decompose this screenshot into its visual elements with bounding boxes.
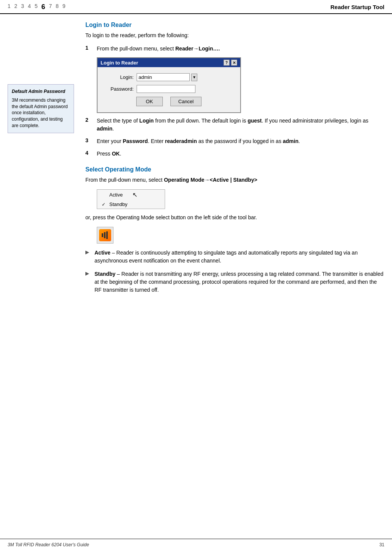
step-3-number: 3: [85, 137, 92, 143]
dialog-password-row: Password:: [105, 85, 233, 93]
dialog-title-icons: ? ✕: [224, 60, 237, 66]
dialog-password-input[interactable]: [137, 85, 195, 93]
dialog-cancel-button[interactable]: Cancel: [170, 97, 202, 106]
dropdown-menu: Active ↖ ✓ Standby: [97, 189, 165, 209]
section-login-intro: To login to the reader, perform the foll…: [85, 31, 384, 39]
step-2: 2 Select the type of Login from the pull…: [85, 117, 384, 133]
bullet-active-text: Active – Reader is continuously attempti…: [94, 249, 384, 265]
nav-item-5[interactable]: 5: [35, 3, 38, 11]
step-2-number: 2: [85, 117, 92, 123]
main-content: Login to Reader To login to the reader, …: [74, 22, 384, 299]
dialog-title-bar: Login to Reader ? ✕: [98, 58, 240, 67]
cursor-icon: ↖: [132, 191, 137, 198]
main-layout: Default Admin Password 3M recommends cha…: [0, 14, 392, 322]
dialog-close-icon[interactable]: ✕: [231, 60, 237, 66]
page-title: Reader Startup Tool: [331, 4, 384, 10]
dialog-ok-button[interactable]: OK: [136, 97, 163, 106]
dialog-wrapper: Login to Reader ? ✕ Login: ▼: [97, 57, 384, 113]
dropdown-standby-item: ✓ Standby: [97, 200, 165, 209]
bullet-active: ▶ Active – Reader is continuously attemp…: [85, 249, 384, 265]
dialog-login-input[interactable]: [137, 73, 190, 81]
nav-item-1[interactable]: 1: [8, 3, 11, 11]
nav-item-4[interactable]: 4: [28, 3, 31, 11]
step-3: 3 Enter your Password. Enter readeradmin…: [85, 137, 384, 145]
chapter-nav: 1 2 3 4 5 6 7 8 9: [8, 3, 65, 11]
dialog-login-label: Login:: [105, 74, 134, 80]
sidebar-note: Default Admin Password 3M recommends cha…: [8, 84, 74, 133]
sidebar-note-title: Default Admin Password: [12, 88, 70, 95]
nav-item-7[interactable]: 7: [49, 3, 52, 11]
section-operating-mode: Select Operating Mode From the pull-down…: [85, 166, 384, 294]
dialog-title: Login to Reader: [101, 60, 138, 66]
bullet-standby: ▶ Standby – Reader is not transmitting a…: [85, 270, 384, 294]
svg-rect-0: [102, 233, 103, 237]
section-opmode-intro: From the pull-down menu, select Operatin…: [85, 176, 384, 184]
login-dialog: Login to Reader ? ✕ Login: ▼: [97, 57, 241, 113]
step-4: 4 Press OK.: [85, 150, 384, 158]
step-2-text: Select the type of Login from the pull d…: [97, 117, 384, 133]
dialog-body: Login: ▼ Password: OK Cancel: [98, 67, 240, 112]
bullet-standby-text: Standby – Reader is not transmitting any…: [94, 270, 384, 294]
bullet-arrow-standby: ▶: [85, 270, 91, 276]
step-1-text: From the pull-down menu, select Reader→L…: [97, 45, 384, 53]
svg-rect-1: [104, 232, 105, 238]
page-header: 1 2 3 4 5 6 7 8 9 Reader Startup Tool: [0, 0, 392, 14]
dialog-password-label: Password:: [105, 86, 134, 92]
page-footer: 3M Toll RFID Reader 6204 User's Guide 31: [0, 539, 392, 547]
footer-left: 3M Toll RFID Reader 6204 User's Guide: [8, 542, 89, 547]
step-3-text: Enter your Password. Enter readeradmin a…: [97, 137, 384, 145]
or-text: or, press the Operating Mode select butt…: [85, 214, 384, 222]
dropdown-active-label: Active: [109, 192, 123, 198]
step-1: 1 From the pull-down menu, select Reader…: [85, 45, 384, 53]
op-mode-icon[interactable]: [99, 229, 111, 241]
section-login: Login to Reader To login to the reader, …: [85, 22, 384, 158]
svg-rect-2: [106, 231, 108, 239]
dialog-buttons: OK Cancel: [105, 97, 233, 106]
nav-item-current[interactable]: 6: [41, 3, 45, 11]
dropdown-active-item: Active ↖: [97, 190, 165, 200]
nav-item-2[interactable]: 2: [14, 3, 17, 11]
step-1-number: 1: [85, 45, 92, 51]
nav-item-9[interactable]: 9: [63, 3, 66, 11]
dialog-login-input-wrapper: ▼: [137, 73, 197, 81]
dialog-help-icon[interactable]: ?: [224, 60, 230, 66]
footer-right: 31: [379, 542, 384, 547]
nav-item-3[interactable]: 3: [21, 3, 24, 11]
bullet-list: ▶ Active – Reader is continuously attemp…: [85, 249, 384, 294]
sidebar-note-body: 3M recommends changing the default Admin…: [12, 97, 70, 129]
standby-checkmark: ✓: [102, 202, 107, 207]
sidebar: Default Admin Password 3M recommends cha…: [8, 22, 74, 299]
nav-item-8[interactable]: 8: [56, 3, 59, 11]
step-4-text: Press OK.: [97, 150, 384, 158]
step-4-number: 4: [85, 150, 92, 156]
op-mode-icon-wrapper: [97, 227, 113, 244]
section-login-heading: Login to Reader: [85, 22, 384, 28]
dialog-login-dropdown[interactable]: ▼: [191, 74, 197, 81]
section-opmode-heading: Select Operating Mode: [85, 166, 384, 173]
dialog-login-row: Login: ▼: [105, 73, 233, 81]
dropdown-standby-label: Standby: [109, 201, 128, 207]
bullet-arrow-active: ▶: [85, 249, 91, 255]
